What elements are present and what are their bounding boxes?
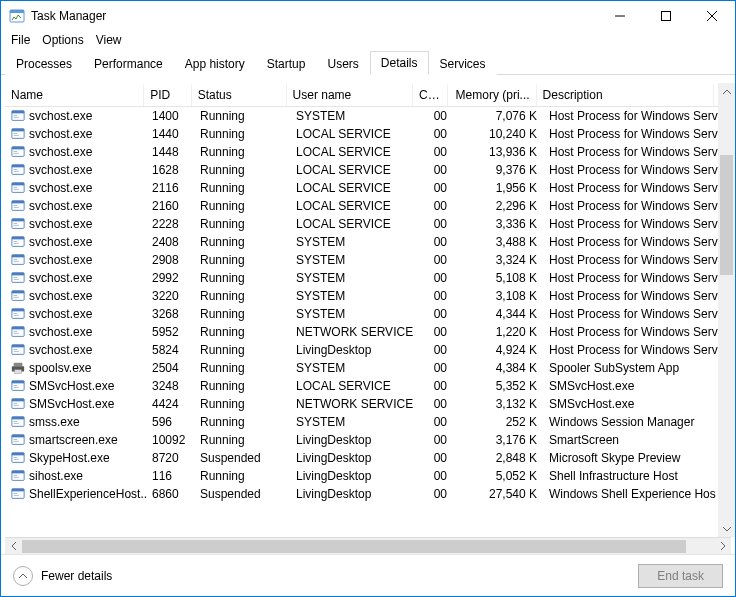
cell-cpu: 00 — [418, 432, 453, 448]
cell-description: Host Process for Windows Serv — [543, 306, 723, 322]
table-row[interactable]: svchost.exe2992RunningSYSTEM005,108 KHos… — [5, 269, 731, 287]
cell-cpu: 00 — [418, 450, 453, 466]
table-row[interactable]: SkypeHost.exe8720SuspendedLivingDesktop0… — [5, 449, 731, 467]
svg-rect-19 — [12, 165, 24, 168]
svg-rect-3 — [662, 12, 671, 21]
process-icon — [11, 289, 25, 303]
col-status[interactable]: Status — [192, 84, 287, 106]
table-row[interactable]: svchost.exe2116RunningLOCAL SERVICE001,9… — [5, 179, 731, 197]
tab-services[interactable]: Services — [429, 52, 497, 75]
table-row[interactable]: svchost.exe1448RunningLOCAL SERVICE0013,… — [5, 143, 731, 161]
cell-description: Host Process for Windows Serv — [543, 288, 723, 304]
table-row[interactable]: SMSvcHost.exe4424RunningNETWORK SERVICE0… — [5, 395, 731, 413]
table-row[interactable]: svchost.exe5952RunningNETWORK SERVICE001… — [5, 323, 731, 341]
svg-rect-1 — [10, 10, 24, 13]
vertical-scrollbar[interactable] — [718, 83, 735, 537]
fewer-details-label[interactable]: Fewer details — [41, 569, 112, 583]
table-row[interactable]: svchost.exe5824RunningLivingDesktop004,9… — [5, 341, 731, 359]
tab-processes[interactable]: Processes — [5, 52, 83, 75]
scroll-left-icon[interactable] — [5, 538, 22, 555]
cell-status: Running — [194, 288, 290, 304]
svg-rect-56 — [14, 331, 18, 332]
tab-details[interactable]: Details — [370, 51, 429, 75]
vscroll-thumb[interactable] — [720, 155, 733, 275]
hscroll-thumb[interactable] — [22, 540, 686, 553]
table-row[interactable]: svchost.exe1400RunningSYSTEM007,076 KHos… — [5, 107, 731, 125]
footer: Fewer details End task — [1, 554, 735, 596]
cell-pid: 1400 — [146, 108, 194, 124]
table-row[interactable]: svchost.exe1628RunningLOCAL SERVICE009,3… — [5, 161, 731, 179]
table-row[interactable]: svchost.exe3220RunningSYSTEM003,108 KHos… — [5, 287, 731, 305]
cell-description: Host Process for Windows Serv — [543, 252, 723, 268]
col-cpu[interactable]: CPU — [413, 84, 448, 106]
tab-users[interactable]: Users — [316, 52, 369, 75]
table-row[interactable]: svchost.exe1440RunningLOCAL SERVICE0010,… — [5, 125, 731, 143]
cell-pid: 5824 — [146, 342, 194, 358]
svg-rect-32 — [14, 223, 18, 224]
cell-cpu: 00 — [418, 342, 453, 358]
col-username[interactable]: User name — [287, 84, 413, 106]
svg-rect-39 — [12, 255, 24, 258]
cell-cpu: 00 — [418, 270, 453, 286]
tab-app-history[interactable]: App history — [174, 52, 256, 75]
menu-view[interactable]: View — [92, 31, 130, 51]
hscroll-track[interactable] — [22, 538, 714, 555]
cell-memory: 2,296 K — [453, 198, 543, 214]
svg-rect-52 — [14, 313, 18, 314]
minimize-button[interactable] — [597, 1, 643, 31]
table-row[interactable]: smss.exe596RunningSYSTEM00252 KWindows S… — [5, 413, 731, 431]
cell-user: SYSTEM — [290, 108, 418, 124]
table-row[interactable]: SMSvcHost.exe3248RunningLOCAL SERVICE005… — [5, 377, 731, 395]
fewer-details-icon[interactable] — [13, 566, 33, 586]
cell-name: svchost.exe — [29, 325, 92, 339]
cell-status: Running — [194, 108, 290, 124]
cell-pid: 3268 — [146, 306, 194, 322]
cell-description: Host Process for Windows Serv — [543, 342, 723, 358]
horizontal-scrollbar[interactable] — [5, 537, 731, 554]
menu-options[interactable]: Options — [38, 31, 91, 51]
table-row[interactable]: smartscreen.exe10092RunningLivingDesktop… — [5, 431, 731, 449]
cell-memory: 3,336 K — [453, 216, 543, 232]
cell-status: Running — [194, 306, 290, 322]
tabbar: Processes Performance App history Startu… — [1, 51, 735, 75]
scroll-up-icon[interactable] — [718, 83, 735, 100]
table-row[interactable]: svchost.exe2160RunningLOCAL SERVICE002,2… — [5, 197, 731, 215]
titlebar[interactable]: Task Manager — [1, 1, 735, 31]
svg-rect-15 — [12, 147, 24, 150]
table-row[interactable]: svchost.exe2228RunningLOCAL SERVICE003,3… — [5, 215, 731, 233]
cell-cpu: 00 — [418, 162, 453, 178]
svg-rect-76 — [14, 423, 19, 424]
close-button[interactable] — [689, 1, 735, 31]
end-task-button[interactable]: End task — [638, 564, 723, 588]
menu-file[interactable]: File — [7, 31, 38, 51]
cell-cpu: 00 — [418, 108, 453, 124]
cell-name: svchost.exe — [29, 271, 92, 285]
cell-user: SYSTEM — [290, 234, 418, 250]
table-row[interactable]: spoolsv.exe2504RunningSYSTEM004,384 KSpo… — [5, 359, 731, 377]
svg-rect-72 — [14, 405, 19, 406]
maximize-button[interactable] — [643, 1, 689, 31]
scroll-down-icon[interactable] — [718, 520, 735, 537]
cell-status: Running — [194, 468, 290, 484]
cell-memory: 4,384 K — [453, 360, 543, 376]
tab-startup[interactable]: Startup — [256, 52, 317, 75]
tab-performance[interactable]: Performance — [83, 52, 174, 75]
col-description[interactable]: Description — [537, 84, 715, 106]
col-memory[interactable]: Memory (pri... — [448, 84, 537, 106]
table-row[interactable]: svchost.exe2408RunningSYSTEM003,488 KHos… — [5, 233, 731, 251]
col-pid[interactable]: PID — [144, 84, 192, 106]
table-row[interactable]: ShellExperienceHost....6860SuspendedLivi… — [5, 485, 731, 503]
table-row[interactable]: sihost.exe116RunningLivingDesktop005,052… — [5, 467, 731, 485]
svg-rect-21 — [14, 171, 19, 172]
table-row[interactable]: svchost.exe3268RunningSYSTEM004,344 KHos… — [5, 305, 731, 323]
col-name[interactable]: Name — [5, 84, 144, 106]
svg-rect-64 — [15, 370, 22, 374]
details-pane: Name PID Status User name CPU Memory (pr… — [1, 75, 735, 554]
cell-user: LivingDesktop — [290, 468, 418, 484]
table-row[interactable]: svchost.exe2908RunningSYSTEM003,324 KHos… — [5, 251, 731, 269]
scroll-right-icon[interactable] — [714, 538, 731, 555]
vscroll-track[interactable] — [718, 100, 735, 520]
cell-pid: 2116 — [146, 180, 194, 196]
cell-user: LOCAL SERVICE — [290, 180, 418, 196]
grid-body[interactable]: svchost.exe1400RunningSYSTEM007,076 KHos… — [5, 107, 731, 537]
